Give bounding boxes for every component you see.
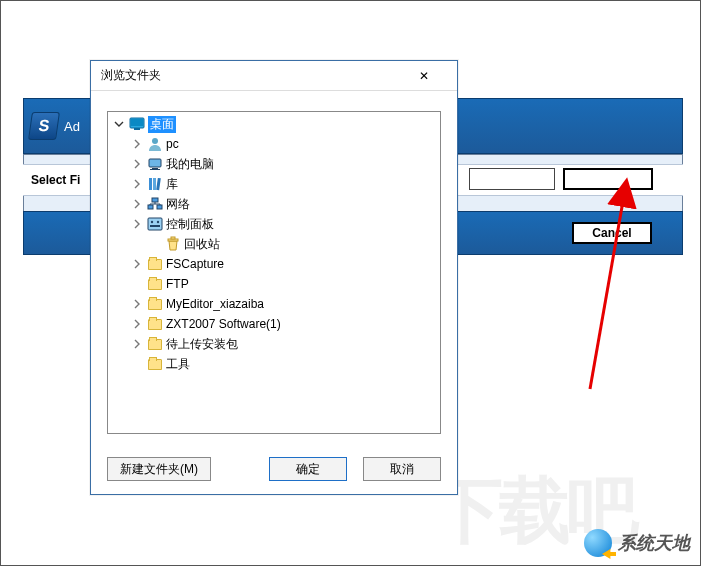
chevron-right-icon (130, 277, 144, 291)
browse-folder-dialog: 浏览文件夹 ✕ 桌面pc我的电脑库网络控制面板回收站FSCaptureFTPMy… (90, 60, 458, 495)
folder-tree[interactable]: 桌面pc我的电脑库网络控制面板回收站FSCaptureFTPMyEditor_x… (107, 111, 441, 434)
recycle-icon (164, 236, 182, 252)
svg-rect-12 (152, 198, 158, 202)
tree-item-label: MyEditor_xiazaiba (166, 297, 264, 311)
svg-rect-4 (149, 159, 161, 167)
svg-rect-5 (152, 168, 158, 169)
svg-rect-11 (157, 205, 162, 209)
tree-item[interactable]: FTP (108, 274, 440, 294)
tree-item[interactable]: 网络 (108, 194, 440, 214)
app-icon: S (28, 112, 60, 140)
bg-cancel-button[interactable]: Cancel (572, 222, 652, 244)
close-icon: ✕ (419, 69, 451, 83)
app-title: Ad (64, 119, 80, 134)
library-icon (146, 176, 164, 192)
watermark-text: 系统天地 (618, 531, 690, 555)
globe-icon (584, 529, 612, 557)
svg-rect-2 (134, 128, 140, 130)
svg-point-15 (157, 221, 159, 223)
new-folder-button[interactable]: 新建文件夹(M) (107, 457, 211, 481)
new-folder-label: 新建文件夹(M) (120, 461, 198, 478)
tree-item[interactable]: 工具 (108, 354, 440, 374)
chevron-right-icon (148, 237, 162, 251)
tree-item-label: 库 (166, 176, 178, 193)
svg-point-3 (152, 138, 158, 144)
svg-rect-18 (171, 237, 175, 239)
svg-rect-16 (150, 225, 160, 227)
tree-item-label: FSCapture (166, 257, 224, 271)
computer-icon (146, 156, 164, 172)
folder-icon (146, 256, 164, 272)
chevron-right-icon[interactable] (130, 317, 144, 331)
path-input[interactable] (469, 168, 555, 190)
tree-item-label: 回收站 (184, 236, 220, 253)
chevron-down-icon[interactable] (112, 117, 126, 131)
folder-icon (146, 356, 164, 372)
dialog-title: 浏览文件夹 (101, 67, 419, 84)
tree-item[interactable]: 库 (108, 174, 440, 194)
svg-rect-6 (150, 169, 160, 170)
tree-item-label: FTP (166, 277, 189, 291)
chevron-right-icon[interactable] (130, 137, 144, 151)
tree-item[interactable]: ZXT2007 Software(1) (108, 314, 440, 334)
folder-icon (146, 296, 164, 312)
tree-item[interactable]: FSCapture (108, 254, 440, 274)
tree-item-label: 网络 (166, 196, 190, 213)
chevron-right-icon (130, 357, 144, 371)
desktop-icon (128, 116, 146, 132)
tree-item[interactable]: 桌面 (108, 114, 440, 134)
select-label: Select Fi (31, 173, 80, 187)
svg-point-14 (151, 221, 153, 223)
tree-item-label: 我的电脑 (166, 156, 214, 173)
svg-rect-1 (131, 119, 143, 126)
tree-item[interactable]: pc (108, 134, 440, 154)
folder-icon (146, 316, 164, 332)
bg-cancel-label: Cancel (592, 226, 631, 240)
watermark: 系统天地 (584, 529, 690, 557)
tree-item-label: 待上传安装包 (166, 336, 238, 353)
tree-item-label: ZXT2007 Software(1) (166, 317, 281, 331)
close-button[interactable]: ✕ (419, 64, 451, 88)
cancel-label: 取消 (390, 461, 414, 478)
folder-icon (146, 276, 164, 292)
svg-rect-10 (148, 205, 153, 209)
user-icon (146, 136, 164, 152)
tree-item-label: 工具 (166, 356, 190, 373)
svg-rect-7 (149, 178, 152, 190)
dialog-titlebar: 浏览文件夹 ✕ (91, 61, 457, 91)
tree-item-label: 控制面板 (166, 216, 214, 233)
chevron-right-icon[interactable] (130, 157, 144, 171)
tree-item-label: pc (166, 137, 179, 151)
chevron-right-icon[interactable] (130, 257, 144, 271)
ok-label: 确定 (296, 461, 320, 478)
chevron-right-icon[interactable] (130, 197, 144, 211)
network-icon (146, 196, 164, 212)
tree-item[interactable]: 回收站 (108, 234, 440, 254)
svg-rect-9 (156, 178, 161, 190)
browse-button[interactable] (563, 168, 653, 190)
tree-item[interactable]: MyEditor_xiazaiba (108, 294, 440, 314)
svg-rect-8 (153, 178, 156, 190)
cancel-button[interactable]: 取消 (363, 457, 441, 481)
tree-item-label: 桌面 (148, 116, 176, 133)
tree-item[interactable]: 我的电脑 (108, 154, 440, 174)
tree-item[interactable]: 控制面板 (108, 214, 440, 234)
ok-button[interactable]: 确定 (269, 457, 347, 481)
control-panel-icon (146, 216, 164, 232)
svg-rect-13 (148, 218, 162, 230)
chevron-right-icon[interactable] (130, 297, 144, 311)
chevron-right-icon[interactable] (130, 337, 144, 351)
tree-item[interactable]: 待上传安装包 (108, 334, 440, 354)
chevron-right-icon[interactable] (130, 217, 144, 231)
folder-icon (146, 336, 164, 352)
chevron-right-icon[interactable] (130, 177, 144, 191)
